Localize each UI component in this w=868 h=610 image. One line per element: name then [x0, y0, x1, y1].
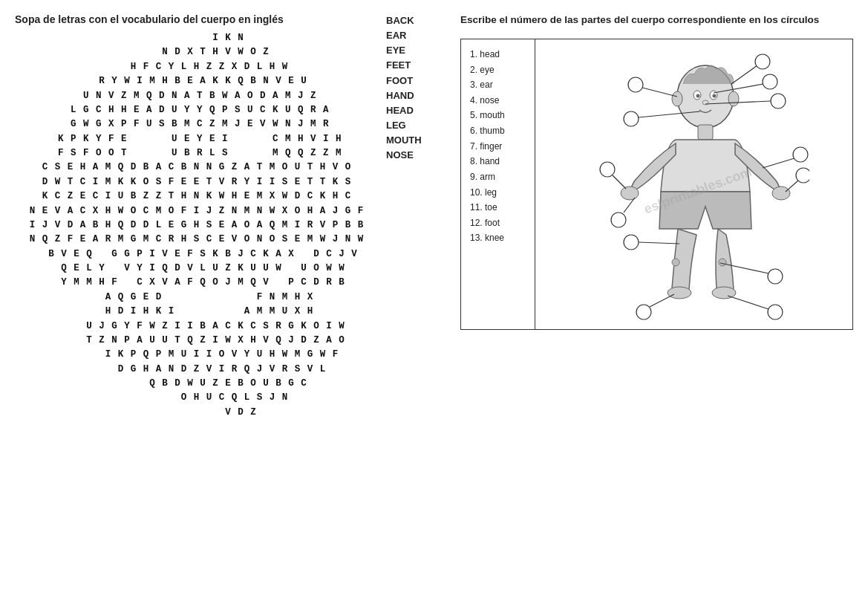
body-label-item: 2. eye [470, 62, 529, 78]
word-search-row: B V E Q G G P I V E F S K B J C K A X D … [15, 247, 379, 262]
svg-point-14 [719, 259, 726, 266]
svg-point-20 [628, 77, 643, 92]
word-search-grid: I K N N D X T H V W O Z H F C Y L H Z Z … [15, 31, 379, 420]
svg-point-22 [771, 94, 786, 108]
left-title: Sopa de letras con el vocabulario del cu… [15, 13, 379, 25]
word-search-row: H F C Y L H Z Z X D L H W [15, 60, 379, 74]
body-label-item: 5. mouth [470, 108, 529, 123]
word-search-row: Y M M H F C X V A F Q O J M Q V P C D R … [15, 276, 379, 290]
svg-rect-8 [698, 125, 713, 140]
body-label-item: 7. finger [470, 139, 529, 155]
svg-line-15 [731, 65, 757, 84]
svg-point-36 [636, 305, 651, 319]
svg-line-35 [650, 294, 674, 307]
svg-point-11 [668, 287, 691, 299]
word-search-row: O H U C Q L S J N [15, 391, 379, 405]
word-search-row: N Q Z F E A R M G M C R H S C E V O N O … [15, 233, 379, 247]
word-search-row: U J G Y F W Z I I B A C K C S R G K O I … [15, 319, 379, 334]
svg-line-25 [613, 175, 626, 189]
word-list-item: HEAD [386, 103, 414, 118]
svg-line-19 [642, 88, 677, 97]
word-search-row: C S E H A M Q D B A C B N N G Z A T M O … [15, 160, 379, 175]
word-search-row: N E V A C X H W O C M O F I J Z N M N W … [15, 204, 379, 218]
body-label-item: 12. foot [470, 215, 529, 231]
svg-point-9 [621, 186, 639, 200]
svg-point-10 [772, 186, 790, 200]
word-search-row: K C Z E C I U B Z Z T H N K W H E M X W … [15, 189, 379, 204]
body-label-item: 11. toe [470, 200, 529, 215]
svg-point-30 [796, 168, 809, 183]
word-list-item: FOOT [386, 74, 413, 88]
word-search-row: F S F O O T U B R L S M Q Q Z Z M [15, 146, 379, 160]
body-label-item: 10. leg [470, 185, 529, 201]
word-list-item: MOUTH [386, 133, 422, 148]
word-search-row: Q B D W U Z E B O U B G C [15, 377, 379, 391]
word-search-row: Q E L Y V Y I Q D V L U Z K U U W U O W … [15, 262, 379, 276]
svg-point-4 [712, 94, 716, 97]
body-exercise: 1. head2. eye3. ear4. nose5. mouth6. thu… [460, 39, 853, 330]
svg-point-26 [600, 162, 615, 177]
svg-point-3 [696, 94, 699, 97]
right-title: Escribe el número de las partes del cuer… [460, 13, 853, 27]
svg-point-32 [793, 147, 808, 162]
word-search-row: G W G X P F U S B M C Z M J E V W N J M … [15, 117, 379, 132]
svg-line-29 [786, 181, 798, 192]
word-search-row: N D X T H V W O Z [15, 45, 379, 59]
word-search-row: T Z N P A U U T Q Z I W X H V Q J D Z A … [15, 334, 379, 348]
svg-point-6 [672, 91, 682, 106]
word-list-item: BACK [386, 13, 414, 28]
word-search-row: D G H A N D Z V I R Q J V R S V L [15, 363, 379, 377]
body-image-area: eslprintables.com [535, 39, 852, 329]
word-list-item: LEG [386, 118, 406, 133]
body-label-item: 6. thumb [470, 123, 529, 139]
word-list-item: NOSE [386, 148, 414, 163]
word-search-row: A Q G E D F N M H X [15, 291, 379, 305]
svg-point-38 [768, 305, 783, 319]
svg-line-33 [639, 242, 679, 244]
word-search-row: I K P Q P M U I I O V Y U H W M G W F [15, 348, 379, 362]
svg-point-28 [611, 212, 626, 227]
body-label-item: 3. ear [470, 77, 529, 93]
body-label-item: 8. hand [470, 154, 529, 169]
svg-line-31 [763, 158, 794, 168]
word-list-item: FEET [386, 58, 411, 73]
svg-point-18 [763, 74, 777, 89]
body-labels: 1. head2. eye3. ear4. nose5. mouth6. thu… [461, 39, 535, 329]
svg-point-7 [728, 91, 739, 106]
svg-point-24 [624, 111, 639, 126]
svg-point-34 [624, 235, 639, 250]
svg-point-16 [755, 54, 770, 69]
word-search-row: L G C H H E A D U Y Y Q P S U C K U Q R … [15, 103, 379, 117]
word-search-row: U N V Z M Q D N A T B W A O D A M J Z [15, 89, 379, 103]
word-search-row: I K N [15, 31, 379, 45]
body-label-item: 1. head [470, 47, 529, 62]
word-search-row: D W T C I M K K O S F E E T V R Y I I S … [15, 175, 379, 189]
body-figure-svg: eslprintables.com [579, 43, 809, 325]
svg-point-40 [768, 269, 783, 284]
word-search-row: R Y W I M H B E A K K Q B N V E U [15, 74, 379, 88]
word-list-item: EAR [386, 28, 406, 43]
svg-line-37 [728, 296, 769, 309]
word-list-item: EYE [386, 43, 405, 58]
word-search-row: H D I H K I A M M U X H [15, 305, 379, 319]
word-search-row: K P K Y F E U E Y E I C M H V I H [15, 132, 379, 146]
word-list-item: HAND [386, 88, 414, 103]
body-label-item: 4. nose [470, 93, 529, 108]
word-search-row: I J V D A B H Q D D L E G H S E A O A Q … [15, 218, 379, 233]
svg-point-13 [672, 259, 679, 266]
word-list: BACKEAREYEFEETFOOTHANDHEADLEGMOUTHNOSE [386, 13, 446, 420]
body-label-item: 9. arm [470, 169, 529, 185]
body-label-item: 13. knee [470, 230, 529, 246]
word-search-row: V D Z [15, 406, 379, 420]
